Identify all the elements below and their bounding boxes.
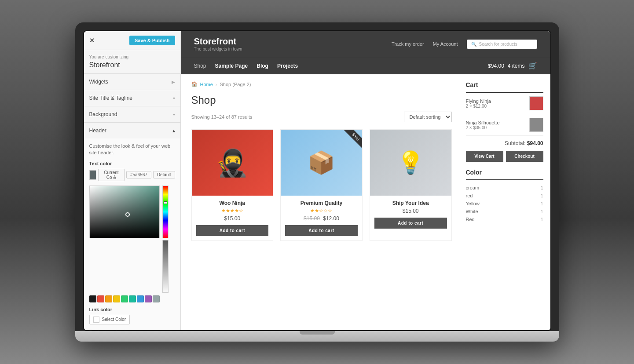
- color-gradient[interactable]: [89, 186, 160, 238]
- product-name-1: Woo Ninja: [196, 200, 269, 206]
- customizer-header: ✕ Save & Publish: [84, 31, 180, 50]
- save-publish-button[interactable]: Save & Publish: [129, 36, 175, 45]
- spectrum-handle: [164, 201, 167, 204]
- track-order-link[interactable]: Track my order: [392, 41, 424, 47]
- checkout-button[interactable]: Checkout: [506, 151, 543, 162]
- link-color-select-button[interactable]: Select Color: [89, 315, 130, 324]
- header-section-body: Customise the look & feel of your web si…: [84, 138, 180, 330]
- cart-item-qty-2: 2 × $35.00: [466, 125, 529, 130]
- cart-actions: View Cart Checkout: [466, 151, 543, 162]
- add-to-cart-1[interactable]: Add to cart: [196, 225, 269, 236]
- close-button[interactable]: ✕: [89, 37, 95, 44]
- store-top-bar: Storefront The best widgets in town Trac…: [181, 31, 550, 57]
- arrow-icon: ▾: [173, 96, 175, 101]
- product-bg-gray: 💡: [370, 130, 451, 196]
- color-filter-item[interactable]: Red 1: [466, 215, 543, 223]
- store-name: Storefront: [194, 36, 383, 47]
- store-sidebar: Cart Flying Ninja 2 × $12.00: [462, 74, 550, 330]
- nav-shop[interactable]: Shop: [194, 63, 206, 69]
- cart-item: Flying Ninja 2 × $12.00: [466, 96, 543, 114]
- cart-widget-title: Cart: [466, 81, 543, 93]
- add-to-cart-2[interactable]: Add to cart: [285, 225, 358, 236]
- background-color-section: Background color Select Color: [89, 329, 175, 330]
- sort-select[interactable]: Default sorting: [404, 112, 452, 122]
- product-stars-1: ★★★★☆: [196, 208, 269, 214]
- color-alpha[interactable]: [162, 240, 169, 293]
- color-count: 1: [541, 217, 543, 222]
- laptop-screen: ✕ Save & Publish You are customizing Sto…: [83, 30, 551, 331]
- swatch-green[interactable]: [121, 295, 128, 302]
- menu-item-background[interactable]: Background ▾: [84, 106, 180, 122]
- header-section-title[interactable]: Header ▴: [84, 123, 180, 138]
- product-bg-red: 🥷: [192, 130, 273, 196]
- product-name-2: Premium Quality: [285, 200, 358, 206]
- storefront-preview: Storefront The best widgets in town Trac…: [181, 31, 550, 330]
- store-content: 🏠 Home › Shop (Page 2) Shop Showing 13–2…: [181, 74, 462, 330]
- product-bg-blue: 📦: [281, 130, 362, 196]
- color-swatches-row: [89, 295, 175, 302]
- breadcrumb: 🏠 Home › Shop (Page 2): [191, 81, 452, 87]
- view-cart-button[interactable]: View Cart: [466, 151, 503, 162]
- swatch-gray[interactable]: [153, 295, 160, 302]
- color-count: 1: [541, 186, 543, 190]
- swatch-blue[interactable]: [137, 295, 144, 302]
- cart-amount: $94.00: [488, 63, 504, 69]
- main-nav-menu: Shop Sample Page Blog Projects: [194, 63, 298, 69]
- cart-summary[interactable]: $94.00 4 items 🛒: [488, 62, 537, 70]
- menu-item-widgets[interactable]: Widgets ▶: [84, 73, 180, 90]
- color-picker[interactable]: [89, 186, 175, 302]
- product-image-3: 💡: [370, 130, 451, 196]
- link-color-label: Link color: [89, 307, 175, 312]
- product-figure-3: 💡: [397, 150, 424, 175]
- hex-value-button[interactable]: #5a6567: [126, 171, 151, 178]
- color-filter-item[interactable]: cream 1: [466, 184, 543, 192]
- current-color-button[interactable]: Current Co &: [98, 169, 125, 181]
- color-filter-item[interactable]: red 1: [466, 192, 543, 200]
- color-spectrum[interactable]: [162, 186, 169, 238]
- header-section: Header ▴ Customise the look & feel of yo…: [84, 122, 180, 330]
- product-card: 🥷 Woo Ninja ★★★★☆ $15.00 Add to cart: [191, 129, 274, 241]
- arrow-icon: ▶: [172, 80, 175, 84]
- swatch-teal[interactable]: [129, 295, 136, 302]
- text-color-label: Text color: [89, 161, 175, 166]
- cart-item-info: Ninja Silhouette 2 × $35.00: [466, 120, 529, 130]
- swatch-yellow[interactable]: [113, 295, 120, 302]
- product-info-1: Woo Ninja ★★★★☆ $15.00 Add to cart: [192, 196, 273, 240]
- cart-item-name-2: Ninja Silhouette: [466, 120, 529, 125]
- swatch-red[interactable]: [97, 295, 104, 302]
- product-price-2: $15.00 $12.00: [285, 215, 358, 222]
- breadcrumb-home[interactable]: Home: [200, 82, 213, 87]
- product-image-1: 🥷: [192, 130, 273, 196]
- color-widget-title: Color: [466, 169, 543, 180]
- menu-item-site-title[interactable]: Site Title & Tagline ▾: [84, 90, 180, 106]
- cart-item-thumb-1: [529, 96, 543, 110]
- sale-price: $12.00: [323, 215, 339, 222]
- swatch-black[interactable]: [89, 295, 96, 302]
- swatch-purple[interactable]: [145, 295, 152, 302]
- swatch-orange[interactable]: [105, 295, 112, 302]
- breadcrumb-icon: 🏠: [191, 81, 198, 87]
- store-nav-bar: Shop Sample Page Blog Projects $94.00 4 …: [181, 57, 550, 74]
- nav-projects[interactable]: Projects: [277, 63, 298, 69]
- color-filter-item[interactable]: White 1: [466, 207, 543, 215]
- current-color-swatch[interactable]: [89, 170, 96, 180]
- cart-item: Ninja Silhouette 2 × $35.00: [466, 118, 543, 136]
- nav-blog[interactable]: Blog: [257, 63, 268, 69]
- nav-sample-page[interactable]: Sample Page: [215, 63, 248, 69]
- cart-item-qty-1: 2 × $12.00: [466, 104, 529, 109]
- search-icon: 🔍: [471, 42, 476, 47]
- cart-subtotal: Subtotal: $94.00: [466, 140, 543, 146]
- products-grid: 🥷 Woo Ninja ★★★★☆ $15.00 Add to cart: [191, 129, 452, 241]
- my-account-link[interactable]: My Account: [433, 41, 458, 47]
- product-price-3: $15.00: [374, 208, 447, 214]
- cart-count: 4 items: [508, 63, 525, 69]
- add-to-cart-3[interactable]: Add to cart: [374, 218, 447, 229]
- default-button[interactable]: Default: [153, 171, 175, 178]
- link-color-swatch: [93, 317, 99, 323]
- customizing-label: You are customizing: [84, 50, 180, 61]
- product-info-2: Premium Quality ★★☆☆☆ $15.00 $12.00 Add …: [281, 196, 362, 240]
- search-box[interactable]: 🔍 Search for products: [467, 40, 537, 49]
- cart-subtotal-amount: $94.00: [527, 140, 543, 146]
- color-filter-item[interactable]: Yellow 1: [466, 200, 543, 207]
- original-price: $15.00: [304, 215, 320, 222]
